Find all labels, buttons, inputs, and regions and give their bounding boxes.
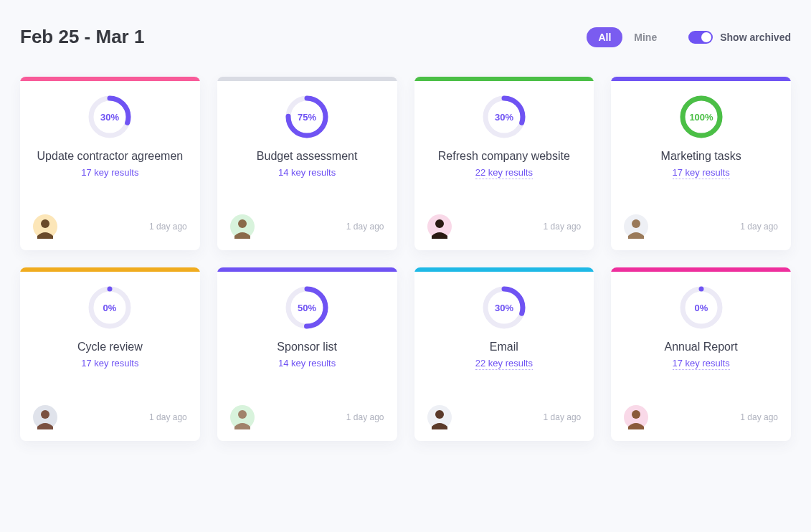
card-accent-stripe [414,77,594,81]
card-timestamp: 1 day ago [149,222,187,232]
svg-text:30%: 30% [100,112,119,123]
avatar-icon [624,214,648,239]
key-results-link[interactable]: 14 key results [278,358,336,369]
card-timestamp: 1 day ago [149,412,187,422]
key-results-link[interactable]: 17 key results [81,167,138,178]
header: Feb 25 - Mar 1 All Mine Show archived [20,26,791,48]
date-range: Feb 25 - Mar 1 [20,26,144,48]
svg-text:50%: 50% [298,303,316,313]
card-grid: 30% Update contractor agreemen 17 key re… [20,77,791,441]
card-title: Email [423,341,585,353]
svg-point-19 [632,219,640,228]
card-title: Annual Report [620,341,782,353]
objective-card[interactable]: 75% Budget assessment 14 key results 1 d… [217,77,397,250]
owner-avatar[interactable] [427,214,452,239]
svg-point-29 [238,410,247,419]
progress-ring-icon: 0% [678,285,724,331]
filter-mine-button[interactable]: Mine [622,27,668,47]
owner-avatar[interactable] [33,405,57,429]
owner-avatar[interactable] [230,405,255,429]
objective-card[interactable]: 30% Refresh company website 22 key resul… [414,77,594,250]
svg-point-34 [435,410,444,419]
progress-ring-icon: 75% [284,94,330,140]
svg-text:30%: 30% [495,112,513,123]
card-accent-stripe [217,77,397,81]
svg-point-14 [435,219,444,228]
owner-avatar[interactable] [624,214,648,239]
owner-avatar[interactable] [33,214,57,239]
card-timestamp: 1 day ago [346,412,384,422]
svg-text:0%: 0% [103,303,117,313]
card-footer: 1 day ago [20,204,200,250]
progress-ring-icon: 30% [87,94,133,140]
key-results-link[interactable]: 17 key results [81,358,138,369]
card-timestamp: 1 day ago [346,222,384,232]
svg-text:75%: 75% [298,112,316,123]
card-footer: 1 day ago [414,204,594,250]
progress-ring-icon: 100% [678,94,724,140]
avatar-icon [33,214,57,239]
card-title: Cycle review [29,341,191,353]
card-timestamp: 1 day ago [740,222,778,232]
objective-card[interactable]: 0% Annual Report 17 key results 1 day ag… [611,267,791,441]
card-footer: 1 day ago [20,395,200,441]
filter-all-button[interactable]: All [587,27,622,47]
progress-ring-icon: 30% [481,94,527,140]
svg-point-24 [41,410,49,419]
card-accent-stripe [20,77,200,81]
objective-card[interactable]: 50% Sponsor list 14 key results 1 day ag… [217,267,397,441]
card-footer: 1 day ago [611,395,791,441]
filter-pills: All Mine [587,27,668,47]
toggle-switch-icon [688,31,713,44]
svg-text:100%: 100% [689,112,713,123]
objective-card[interactable]: 30% Email 22 key results 1 day ago [414,267,594,441]
avatar-icon [624,405,648,429]
card-accent-stripe [217,267,397,272]
card-timestamp: 1 day ago [740,412,778,422]
svg-text:30%: 30% [495,303,513,313]
card-title: Update contractor agreemen [29,150,191,163]
card-accent-stripe [20,267,200,272]
progress-ring-icon: 0% [87,285,133,331]
key-results-link[interactable]: 22 key results [475,167,533,179]
svg-text:0%: 0% [694,303,708,313]
owner-avatar[interactable] [230,214,255,239]
progress-ring-icon: 30% [481,285,527,331]
toggle-label: Show archived [720,32,791,43]
card-title: Refresh company website [423,150,585,163]
owner-avatar[interactable] [427,405,452,429]
key-results-link[interactable]: 22 key results [475,358,533,370]
avatar-icon [230,214,255,239]
header-controls: All Mine Show archived [587,27,791,47]
card-timestamp: 1 day ago [544,412,582,422]
objective-card[interactable]: 0% Cycle review 17 key results 1 day ago [20,267,200,441]
svg-point-39 [632,410,640,419]
card-timestamp: 1 day ago [544,222,582,232]
card-title: Marketing tasks [620,150,782,163]
avatar-icon [427,405,452,429]
card-footer: 1 day ago [217,204,397,250]
card-title: Budget assessment [226,150,388,163]
avatar-icon [33,405,57,429]
card-footer: 1 day ago [414,395,594,441]
owner-avatar[interactable] [624,405,648,429]
card-footer: 1 day ago [217,395,397,441]
card-title: Sponsor list [226,341,388,353]
objective-card[interactable]: 100% Marketing tasks 17 key results 1 da… [611,77,791,250]
objective-card[interactable]: 30% Update contractor agreemen 17 key re… [20,77,200,250]
key-results-link[interactable]: 17 key results [673,167,730,179]
key-results-link[interactable]: 17 key results [673,358,730,370]
avatar-icon [427,214,452,239]
card-accent-stripe [611,77,791,81]
key-results-link[interactable]: 14 key results [278,167,336,178]
card-footer: 1 day ago [611,204,791,250]
avatar-icon [230,405,255,429]
svg-point-9 [238,219,247,228]
svg-point-4 [41,219,49,228]
card-accent-stripe [414,267,594,272]
show-archived-toggle[interactable]: Show archived [688,31,791,44]
card-accent-stripe [611,267,791,272]
progress-ring-icon: 50% [284,285,330,331]
